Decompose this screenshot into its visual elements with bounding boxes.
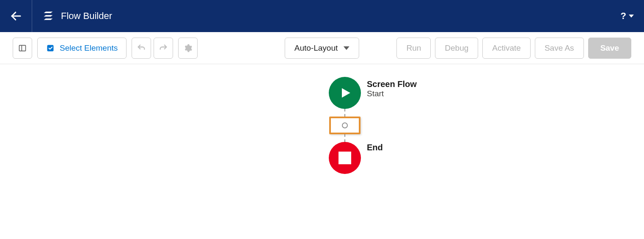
run-label: Run (406, 43, 421, 53)
toolbar: Select Elements Auto-Layout Run Debug Ac… (0, 32, 644, 64)
stop-icon (339, 152, 351, 164)
undo-icon (137, 43, 146, 53)
debug-label: Debug (445, 43, 468, 53)
layout-mode-dropdown[interactable]: Auto-Layout (285, 38, 359, 59)
toolbar-actions: Run Debug Activate Save As Save (396, 38, 631, 59)
gear-icon (183, 43, 193, 53)
undo-button[interactable] (132, 38, 151, 59)
debug-button[interactable]: Debug (435, 38, 478, 59)
arrow-left-icon (10, 10, 22, 22)
svg-rect-1 (19, 45, 26, 51)
start-node-subtitle: Start (367, 89, 417, 98)
start-node-title: Screen Flow (367, 79, 417, 89)
redo-button[interactable] (154, 38, 173, 59)
save-button[interactable]: Save (588, 38, 631, 59)
flow-canvas[interactable]: Screen Flow Start End (0, 64, 644, 239)
select-elements-button[interactable]: Select Elements (37, 38, 127, 59)
end-node-label: End (367, 143, 383, 152)
app-title: Flow Builder (61, 11, 112, 22)
caret-down-icon (629, 14, 634, 19)
app-logo (42, 10, 54, 22)
layout-mode-container: Auto-Layout (285, 38, 359, 59)
connector-line (344, 109, 345, 117)
play-icon (338, 86, 352, 100)
help-icon: ? (621, 11, 626, 22)
settings-button[interactable] (178, 38, 198, 59)
sidebar-icon (18, 44, 27, 52)
add-element-highlight (329, 117, 361, 134)
activate-label: Activate (492, 43, 521, 53)
connector-line (344, 134, 345, 142)
flow-logo-icon (42, 10, 54, 22)
add-element-button[interactable] (342, 122, 348, 128)
end-node[interactable]: End (329, 142, 361, 174)
flow-diagram: Screen Flow Start End (329, 77, 361, 174)
help-menu[interactable]: ? (621, 11, 634, 22)
select-elements-label: Select Elements (60, 43, 118, 53)
run-button[interactable]: Run (396, 38, 431, 59)
layout-mode-label: Auto-Layout (294, 43, 338, 53)
app-header: Flow Builder ? (0, 0, 644, 32)
undo-redo-group (132, 38, 173, 59)
start-node-label: Screen Flow Start (367, 79, 417, 98)
redo-icon (159, 43, 168, 53)
checkbox-icon (46, 44, 55, 52)
activate-button[interactable]: Activate (482, 38, 531, 59)
save-label: Save (600, 43, 619, 53)
svg-rect-3 (47, 45, 54, 51)
caret-down-icon (344, 46, 350, 50)
save-as-label: Save As (545, 43, 574, 53)
back-button[interactable] (0, 0, 32, 32)
start-node[interactable]: Screen Flow Start (329, 77, 361, 109)
save-as-button[interactable]: Save As (535, 38, 584, 59)
toggle-panel-button[interactable] (13, 38, 32, 59)
